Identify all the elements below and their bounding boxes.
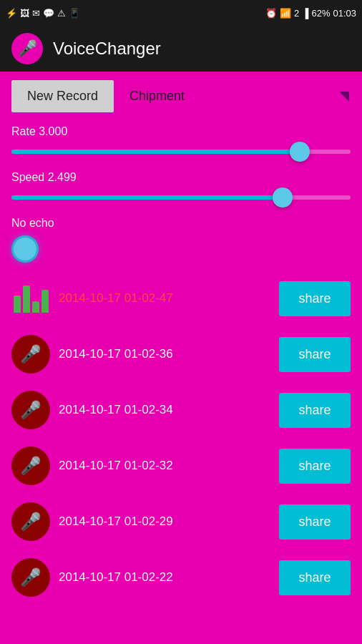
tab-new-record[interactable]: New Record — [11, 80, 114, 112]
microphone-icon: 🎤 — [20, 344, 41, 364]
microphone-icon: 🎤 — [20, 456, 41, 476]
mic-icon-bg: 🎤 — [11, 447, 50, 485]
record-name: 2014-10-17 01-02-36 — [59, 347, 279, 361]
share-button-3[interactable]: share — [279, 393, 351, 428]
speed-slider-section: Speed 2.499 — [11, 171, 351, 210]
echo-label: No echo — [11, 217, 351, 230]
status-bar: ⚡ 🖼 ✉ 💬 ⚠ 📱 ⏰ 📶 2 ▐ 62% 01:03 — [0, 0, 362, 26]
speed-slider-thumb[interactable] — [273, 187, 293, 208]
content-area: New Record Chipment Rate 3.000 Speed 2.4… — [0, 72, 362, 616]
mic-icon-bg: 🎤 — [11, 558, 50, 597]
rate-slider-fill — [11, 150, 300, 154]
record-name: 2014-10-17 01-02-34 — [59, 403, 279, 417]
record-active-icon — [11, 279, 50, 318]
record-name: 2014-10-17 01-02-32 — [59, 459, 279, 473]
microphone-icon: 🎤 — [18, 39, 37, 58]
eq-bars — [14, 284, 49, 313]
phone-icon: 📱 — [69, 8, 80, 19]
echo-section: No echo — [11, 217, 351, 263]
rate-slider-container[interactable] — [11, 142, 351, 164]
eq-bar-3 — [32, 301, 39, 313]
mic-icon-bg: 🎤 — [11, 502, 50, 541]
speed-slider-track — [11, 195, 351, 200]
time-text: 01:03 — [333, 8, 356, 19]
speed-slider-fill — [11, 195, 283, 200]
image-icon: 🖼 — [20, 8, 29, 19]
app-icon: 🎤 — [11, 33, 43, 64]
app-bar: 🎤 VoiceChanger — [0, 26, 362, 72]
sim-icon: 2 — [294, 8, 299, 19]
status-right-icons: ⏰ 📶 2 ▐ 62% 01:03 — [265, 8, 356, 19]
alarm-icon: ⏰ — [265, 8, 277, 19]
tab-arrow-icon — [339, 92, 349, 102]
gmail-icon: ✉ — [32, 8, 40, 19]
app-title: VoiceChanger — [53, 39, 161, 59]
eq-bar-2 — [23, 286, 30, 313]
record-item: 🎤 2014-10-17 01-02-29 share — [11, 496, 351, 547]
echo-toggle[interactable] — [11, 235, 39, 263]
rate-slider-track — [11, 150, 351, 154]
record-list: 2014-10-17 01-02-47 share 🎤 2014-10-17 0… — [11, 273, 351, 603]
rate-slider-section: Rate 3.000 — [11, 125, 351, 164]
rate-label: Rate 3.000 — [11, 125, 351, 138]
microphone-icon: 🎤 — [20, 567, 41, 587]
record-item: 2014-10-17 01-02-47 share — [11, 273, 351, 324]
share-button-2[interactable]: share — [279, 337, 351, 372]
message-icon: 💬 — [43, 8, 54, 19]
status-left-icons: ⚡ 🖼 ✉ 💬 ⚠ 📱 — [6, 8, 80, 19]
microphone-icon: 🎤 — [20, 400, 41, 420]
tabs-container: New Record Chipment — [11, 80, 351, 112]
mic-icon-bg: 🎤 — [11, 391, 50, 429]
record-name-active: 2014-10-17 01-02-47 — [59, 291, 279, 306]
speed-label: Speed 2.499 — [11, 171, 351, 184]
warning-icon: ⚠ — [57, 8, 66, 19]
share-button-6[interactable]: share — [279, 560, 351, 595]
eq-bar-1 — [14, 296, 21, 313]
record-name: 2014-10-17 01-02-22 — [59, 570, 279, 585]
speed-slider-container[interactable] — [11, 188, 351, 210]
record-name: 2014-10-17 01-02-29 — [59, 514, 279, 529]
microphone-icon: 🎤 — [20, 512, 41, 532]
rate-slider-thumb[interactable] — [290, 142, 310, 162]
wifi-icon: 📶 — [280, 8, 291, 19]
record-item: 🎤 2014-10-17 01-02-34 share — [11, 384, 351, 436]
record-item: 🎤 2014-10-17 01-02-36 share — [11, 328, 351, 380]
share-button-4[interactable]: share — [279, 449, 351, 484]
battery-text: 62% — [311, 8, 330, 19]
usb-icon: ⚡ — [6, 8, 17, 19]
eq-bar-4 — [41, 290, 49, 313]
tab-chipment[interactable]: Chipment — [114, 80, 200, 112]
mic-icon-bg: 🎤 — [11, 335, 50, 374]
record-item: 🎤 2014-10-17 01-02-32 share — [11, 440, 351, 492]
share-button-1[interactable]: share — [279, 281, 351, 316]
signal-icon: ▐ — [302, 8, 308, 19]
share-button-5[interactable]: share — [279, 504, 351, 540]
record-item: 🎤 2014-10-17 01-02-22 share — [11, 552, 351, 603]
